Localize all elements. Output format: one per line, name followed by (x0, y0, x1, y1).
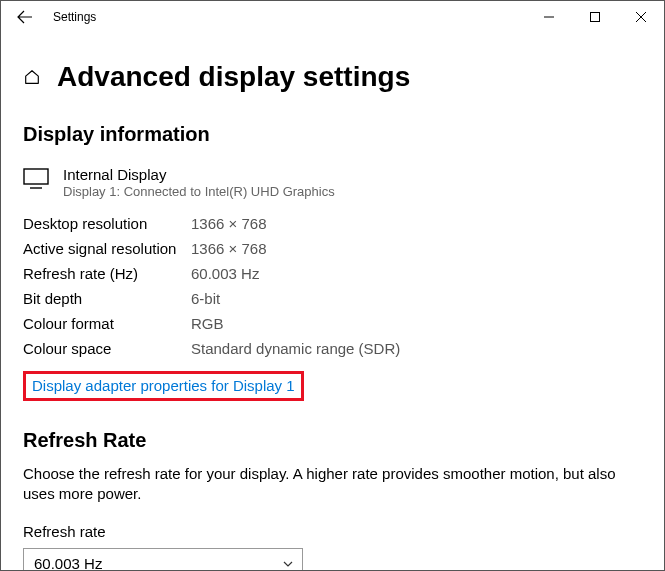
refresh-rate-label: Refresh rate (Hz) (23, 265, 191, 282)
close-icon (636, 12, 646, 22)
adapter-link-highlight: Display adapter properties for Display 1 (23, 371, 304, 401)
colour-space-label: Colour space (23, 340, 191, 357)
refresh-rate-description: Choose the refresh rate for your display… (23, 464, 642, 505)
maximize-icon (590, 12, 600, 22)
refresh-rate-selected: 60.003 Hz (34, 555, 102, 571)
bit-depth-value: 6-bit (191, 290, 220, 307)
svg-rect-0 (591, 12, 600, 21)
display-info-grid: Desktop resolution 1366 × 768 Active sig… (23, 215, 642, 357)
home-button[interactable] (23, 68, 41, 86)
signal-resolution-label: Active signal resolution (23, 240, 191, 257)
page-header: Advanced display settings (23, 61, 642, 93)
back-arrow-icon (17, 9, 33, 25)
minimize-icon (544, 12, 554, 22)
refresh-rate-value: 60.003 Hz (191, 265, 259, 282)
display-info-heading: Display information (23, 123, 642, 146)
desktop-resolution-row: Desktop resolution 1366 × 768 (23, 215, 642, 232)
display-name: Internal Display (63, 166, 335, 183)
monitor-icon (23, 168, 49, 194)
signal-resolution-value: 1366 × 768 (191, 240, 267, 257)
page-title: Advanced display settings (57, 61, 410, 93)
svg-rect-1 (24, 169, 48, 184)
desktop-resolution-value: 1366 × 768 (191, 215, 267, 232)
display-identity: Internal Display Display 1: Connected to… (23, 166, 642, 199)
refresh-rate-row: Refresh rate (Hz) 60.003 Hz (23, 265, 642, 282)
colour-format-row: Colour format RGB (23, 315, 642, 332)
adapter-properties-link[interactable]: Display adapter properties for Display 1 (32, 377, 295, 394)
home-icon (23, 68, 41, 86)
colour-space-value: Standard dynamic range (SDR) (191, 340, 400, 357)
chevron-down-icon (282, 558, 294, 570)
maximize-button[interactable] (572, 1, 618, 33)
window-title: Settings (53, 10, 96, 24)
colour-format-label: Colour format (23, 315, 191, 332)
refresh-rate-dropdown[interactable]: 60.003 Hz (23, 548, 303, 572)
desktop-resolution-label: Desktop resolution (23, 215, 191, 232)
titlebar: Settings (1, 1, 664, 33)
back-button[interactable] (1, 1, 49, 33)
refresh-rate-heading: Refresh Rate (23, 429, 642, 452)
bit-depth-label: Bit depth (23, 290, 191, 307)
refresh-rate-field-label: Refresh rate (23, 523, 642, 540)
colour-space-row: Colour space Standard dynamic range (SDR… (23, 340, 642, 357)
close-button[interactable] (618, 1, 664, 33)
minimize-button[interactable] (526, 1, 572, 33)
bit-depth-row: Bit depth 6-bit (23, 290, 642, 307)
signal-resolution-row: Active signal resolution 1366 × 768 (23, 240, 642, 257)
display-subtitle: Display 1: Connected to Intel(R) UHD Gra… (63, 184, 335, 199)
colour-format-value: RGB (191, 315, 224, 332)
